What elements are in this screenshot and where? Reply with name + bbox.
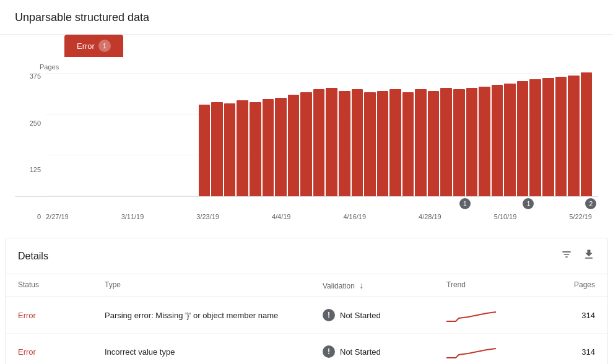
bar-14: [224, 103, 236, 196]
bar-15: [237, 100, 248, 196]
row1-validation: ! Not Started: [323, 309, 446, 321]
row2-validation: ! Not Started: [323, 345, 446, 358]
tab-label: Error: [77, 41, 95, 51]
x-tick-3: 3/23/19: [196, 213, 219, 220]
x-tick-2: 3/11/19: [121, 213, 144, 220]
y-tick-0: 0: [15, 214, 46, 220]
bar-13: [211, 102, 223, 196]
bar-31: [440, 88, 452, 196]
sort-icon: ↓: [359, 280, 363, 290]
x-tick-8: 5/22/19: [569, 213, 592, 220]
bar-17: [263, 99, 274, 196]
bar-27: [389, 89, 401, 196]
bar-34: [479, 87, 490, 196]
bar-37: [517, 81, 529, 196]
trend-chart-2: [446, 342, 496, 361]
tab-badge: 1: [98, 40, 111, 52]
marker-1a: 1: [459, 198, 471, 209]
bar-36: [504, 84, 516, 196]
row1-status: Error: [18, 311, 105, 320]
bar-33: [466, 88, 478, 196]
row1-pages: 314: [546, 311, 595, 320]
filter-icon[interactable]: [560, 248, 573, 264]
bar-12: [199, 105, 211, 196]
bar-24: [352, 89, 363, 196]
row1-type: Parsing error: Missing '}' or object mem…: [105, 311, 323, 320]
x-tick-6: 4/28/19: [419, 213, 441, 220]
bar-32: [453, 89, 465, 196]
row2-validation-text: Not Started: [340, 347, 381, 357]
bars-wrapper: [46, 72, 592, 196]
x-tick-5: 4/16/19: [343, 213, 366, 220]
download-icon[interactable]: [583, 248, 595, 264]
table-row: Error Incorrect value type ! Not Started…: [6, 334, 607, 364]
details-section: Details Status Type Validation ↓ Trend P…: [5, 238, 608, 364]
bar-40: [555, 77, 567, 196]
chart-container: Pages 0 125 250 375: [15, 57, 598, 220]
bar-39: [542, 78, 554, 196]
bar-23: [339, 91, 350, 196]
bar-19: [288, 95, 300, 196]
x-tick-4: 4/4/19: [272, 213, 291, 220]
chart-section: Error 1 Pages 0 125 250 375: [0, 35, 613, 233]
trend-chart-1: [446, 306, 496, 324]
col-status: Status: [18, 280, 105, 290]
marker-2: 2: [585, 198, 596, 209]
col-type: Type: [105, 280, 323, 290]
row2-status: Error: [18, 347, 105, 357]
bar-35: [492, 85, 503, 196]
validation-icon-1: !: [323, 309, 335, 321]
x-tick-7: 5/10/19: [494, 213, 517, 220]
bar-29: [415, 89, 427, 196]
tab-bar: Error 1: [15, 35, 598, 57]
bar-22: [326, 88, 337, 196]
chart-area: [15, 73, 598, 197]
bar-41: [568, 76, 580, 196]
bar-30: [428, 91, 440, 196]
bar-16: [250, 102, 261, 196]
x-tick-1: 2/27/19: [46, 213, 69, 220]
bar-18: [275, 98, 287, 196]
bar-20: [300, 92, 312, 196]
col-trend: Trend: [446, 280, 546, 290]
col-pages: Pages: [546, 280, 595, 290]
row2-trend: [446, 342, 546, 361]
bar-25: [364, 92, 376, 196]
marker-1b: 1: [523, 198, 534, 209]
bar-21: [313, 89, 325, 196]
x-axis: 2/27/19 3/11/19 3/23/19 4/4/19 4/16/19 4…: [15, 213, 598, 220]
bar-38: [529, 79, 541, 196]
table-row: Error Parsing error: Missing '}' or obje…: [6, 297, 607, 334]
row1-validation-text: Not Started: [340, 311, 381, 320]
details-header: Details: [6, 238, 607, 274]
validation-icon-2: !: [323, 345, 335, 358]
details-actions: [560, 248, 595, 264]
row1-trend: [446, 306, 546, 324]
y-axis-label: Pages: [15, 63, 598, 71]
details-title: Details: [18, 251, 48, 262]
page-title: Unparsable structured data: [0, 0, 613, 35]
col-validation[interactable]: Validation ↓: [323, 280, 446, 290]
table-header: Status Type Validation ↓ Trend Pages: [6, 274, 607, 297]
bar-26: [377, 91, 389, 196]
bar-28: [402, 92, 414, 196]
row2-pages: 314: [546, 347, 595, 357]
row2-type: Incorrect value type: [105, 347, 323, 357]
markers-row: 1 1 2: [46, 197, 592, 210]
bar-42: [581, 72, 593, 196]
error-tab[interactable]: Error 1: [64, 35, 123, 57]
